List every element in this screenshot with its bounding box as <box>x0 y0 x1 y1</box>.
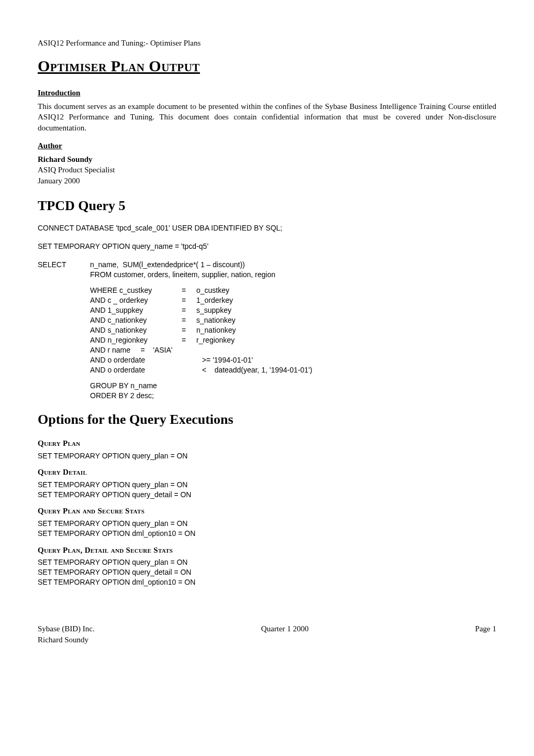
select-keyword: SELECT <box>38 260 90 280</box>
option-line: SET TEMPORARY OPTION dml_option10 = ON <box>38 577 496 587</box>
order-by: ORDER BY 2 desc; <box>90 391 496 401</box>
where-op: = <box>182 286 196 295</box>
where-op: = <box>182 295 196 305</box>
where-rhs: >= '1994-01-01' <box>182 355 253 365</box>
author-name: Richard Soundy <box>38 154 496 165</box>
connect-statement-block: CONNECT DATABASE 'tpcd_scale_001' USER D… <box>38 223 496 233</box>
where-clause-row: WHERE c_custkey = o_custkey <box>90 286 496 295</box>
where-lhs: AND c _ orderkey <box>90 295 182 305</box>
where-clause-row: AND c_nationkey = s_nationkey <box>90 315 496 325</box>
introduction-heading: Introduction <box>38 87 496 98</box>
where-lhs: AND s_nationkey <box>90 325 182 335</box>
where-lhs: AND c_nationkey <box>90 315 182 325</box>
introduction-text: This document serves as an example docum… <box>38 101 496 133</box>
where-op: = <box>182 315 196 325</box>
option-line: SET TEMPORARY OPTION query_plan = ON <box>38 519 496 529</box>
where-rhs: o_custkey <box>196 286 229 295</box>
select-expression: n_name, SUM(l_extendedprice*( 1 – discou… <box>90 260 275 270</box>
footer-company: Sybase (BID) Inc. <box>38 623 95 634</box>
options-title: Options for the Query Executions <box>38 410 496 429</box>
where-rhs: 1_orderkey <box>196 295 233 305</box>
groupby-block: GROUP BY n_name ORDER BY 2 desc; <box>38 381 496 401</box>
where-block: WHERE c_custkey = o_custkey AND c _ orde… <box>38 286 496 375</box>
select-block: SELECT n_name, SUM(l_extendedprice*( 1 –… <box>38 260 496 401</box>
where-op: = <box>182 305 196 315</box>
option-line: SET TEMPORARY OPTION query_plan = ON <box>38 480 496 490</box>
option-section-heading: Query Detail <box>38 467 496 477</box>
option-group: SET TEMPORARY OPTION query_plan = ON SET… <box>38 519 496 539</box>
where-clause-row: AND n_regionkey = r_regionkey <box>90 335 496 345</box>
where-rhs: s_nationkey <box>196 315 236 325</box>
option-section-heading: Query Plan <box>38 438 496 448</box>
query-title: TPCD Query 5 <box>38 196 496 215</box>
option-group: SET TEMPORARY OPTION query_plan = ON SET… <box>38 480 496 500</box>
where-op: = <box>182 335 196 345</box>
set-option-statement-block: SET TEMPORARY OPTION query_name = 'tpcd-… <box>38 242 496 251</box>
option-section-heading: Query Plan and Secure Stats <box>38 506 496 516</box>
running-header: ASIQ12 Performance and Tuning:- Optimise… <box>38 38 496 48</box>
footer-date: Quarter 1 2000 <box>261 623 309 645</box>
option-section-heading: Query Plan, Detail and Secure Stats <box>38 545 496 555</box>
where-lhs: AND 1_suppkey <box>90 305 182 315</box>
author-role: ASIQ Product Specialist <box>38 165 496 175</box>
footer-author: Richard Soundy <box>38 634 95 645</box>
where-clause-row: AND s_nationkey = n_nationkey <box>90 325 496 335</box>
option-line: SET TEMPORARY OPTION query_plan = ON <box>38 451 496 461</box>
option-group: SET TEMPORARY OPTION query_plan = ON SET… <box>38 557 496 587</box>
where-clause-row: AND 1_suppkey = s_suppkey <box>90 305 496 315</box>
where-date-row: AND o orderdate < dateadd(year, 1, '1994… <box>90 365 496 375</box>
page-footer: Sybase (BID) Inc. Richard Soundy Quarter… <box>38 623 496 645</box>
option-group: SET TEMPORARY OPTION query_plan = ON <box>38 451 496 461</box>
group-by: GROUP BY n_name <box>90 381 496 391</box>
where-rhs: n_nationkey <box>196 325 236 335</box>
set-option-statement: SET TEMPORARY OPTION query_name = 'tpcd-… <box>38 242 496 251</box>
where-lhs: AND n_regionkey <box>90 335 182 345</box>
where-rhs: r_regionkey <box>196 335 235 345</box>
option-line: SET TEMPORARY OPTION query_detail = ON <box>38 490 496 500</box>
option-line: SET TEMPORARY OPTION query_plan = ON <box>38 557 496 567</box>
where-name-clause: AND r name = 'ASIA' <box>90 345 496 355</box>
where-lhs: AND o orderdate <box>90 355 182 365</box>
where-lhs: AND o orderdate <box>90 365 182 375</box>
author-heading: Author <box>38 140 496 151</box>
author-date: January 2000 <box>38 176 496 186</box>
option-line: SET TEMPORARY OPTION dml_option10 = ON <box>38 529 496 539</box>
where-rhs: s_suppkey <box>196 305 231 315</box>
from-clause: FROM customer, orders, lineitem, supplie… <box>90 270 275 280</box>
where-rhs: < dateadd(year, 1, '1994-01-01') <box>182 365 312 375</box>
option-line: SET TEMPORARY OPTION query_detail = ON <box>38 567 496 577</box>
where-op: = <box>182 325 196 335</box>
footer-page: Page 1 <box>475 623 496 645</box>
where-date-row: AND o orderdate >= '1994-01-01' <box>90 355 496 365</box>
where-lhs: WHERE c_custkey <box>90 286 182 295</box>
document-title: Optimiser Plan Output <box>38 56 496 77</box>
connect-statement: CONNECT DATABASE 'tpcd_scale_001' USER D… <box>38 223 496 233</box>
where-clause-row: AND c _ orderkey = 1_orderkey <box>90 295 496 305</box>
